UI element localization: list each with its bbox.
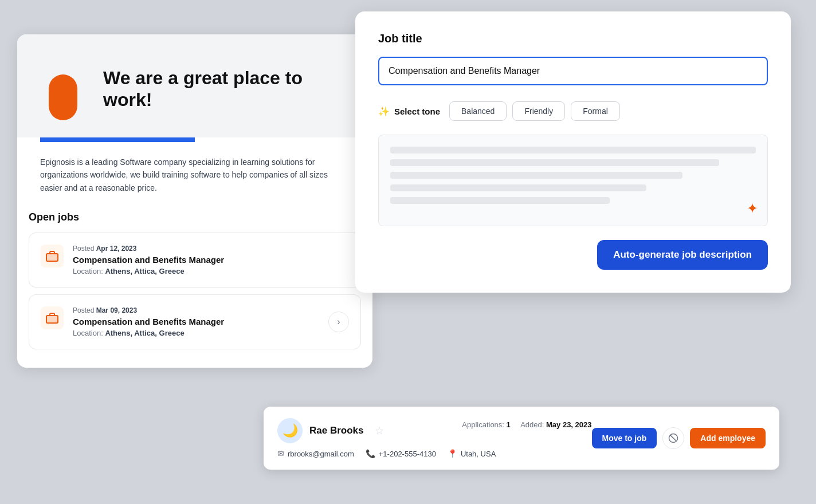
skeleton-line-3 [390, 172, 682, 179]
tone-label: ✨ Select tone [378, 106, 440, 117]
candidate-name: Rae Brooks [309, 425, 363, 436]
svg-rect-3 [46, 316, 58, 323]
company-logo [40, 57, 86, 120]
job-card-2[interactable]: Posted Mar 09, 2023 Compensation and Ben… [29, 294, 361, 349]
job-title-1: Compensation and Benefits Manager [73, 255, 349, 265]
job-arrow-2[interactable]: › [328, 312, 349, 332]
tone-row: ✨ Select tone Balanced Friendly Formal [378, 101, 768, 121]
phone-icon: 📞 [366, 449, 375, 458]
add-employee-button[interactable]: Add employee [690, 428, 766, 448]
panel-section-title: Job title [378, 32, 768, 45]
tone-formal-button[interactable]: Formal [571, 101, 620, 121]
disqualify-button[interactable] [662, 427, 684, 449]
candidate-card: 🌙 Rae Brooks ☆ Applications: 1 Added: Ma… [264, 407, 779, 470]
company-blue-bar [40, 137, 195, 142]
candidate-phone: 📞 +1-202-555-4130 [366, 449, 436, 458]
candidate-info-block: 🌙 Rae Brooks ☆ Applications: 1 Added: Ma… [277, 418, 592, 458]
location-icon: 📍 [448, 449, 457, 458]
candidate-top-row: 🌙 Rae Brooks ☆ Applications: 1 Added: Ma… [277, 418, 592, 443]
job-details-1: Posted Apr 12, 2023 Compensation and Ben… [73, 245, 349, 275]
candidate-location: 📍 Utah, USA [448, 449, 496, 458]
open-jobs-title: Open jobs [17, 211, 372, 223]
job-desc-panel: Job title ✨ Select tone Balanced Friendl… [355, 11, 791, 293]
skeleton-line-2 [390, 159, 719, 166]
star-icon[interactable]: ☆ [375, 424, 384, 437]
auto-generate-button[interactable]: Auto-generate job description [597, 240, 768, 270]
job-location-1: Location: Athens, Attica, Greece [73, 267, 349, 275]
description-preview: ✦ [378, 135, 768, 226]
tone-balanced-button[interactable]: Balanced [449, 101, 507, 121]
briefcase-icon [45, 249, 59, 263]
company-card: We are a great place to work! Epignosis … [17, 34, 372, 368]
candidate-actions: Move to job Add employee [592, 427, 766, 449]
company-description: Epignosis is a leading Software company … [17, 156, 372, 211]
skeleton-line-1 [390, 147, 756, 153]
email-icon: ✉ [277, 449, 284, 458]
job-icon-1 [41, 245, 64, 267]
candidate-contact: ✉ rbrooks@gmail.com 📞 +1-202-555-4130 📍 … [277, 449, 592, 458]
skeleton-line-4 [390, 184, 646, 191]
candidate-avatar: 🌙 [277, 418, 303, 443]
svg-rect-0 [49, 74, 77, 120]
candidate-email: ✉ rbrooks@gmail.com [277, 449, 354, 458]
svg-rect-1 [46, 254, 58, 261]
candidate-left: 🌙 Rae Brooks ☆ [277, 418, 384, 443]
open-jobs-section: Posted Apr 12, 2023 Compensation and Ben… [17, 233, 372, 368]
sparkle-icon: ✦ [747, 200, 758, 216]
job-icon-2 [41, 306, 64, 329]
svg-line-6 [670, 435, 677, 442]
job-location-2: Location: Athens, Attica, Greece [73, 329, 319, 337]
wand-icon: ✨ [378, 106, 390, 117]
company-tagline: We are a great place to work! [103, 67, 350, 111]
job-details-2: Posted Mar 09, 2023 Compensation and Ben… [73, 306, 319, 337]
job-card-1[interactable]: Posted Apr 12, 2023 Compensation and Ben… [29, 233, 361, 288]
ban-icon [668, 433, 678, 443]
job-title-input[interactable] [378, 57, 768, 85]
tone-friendly-button[interactable]: Friendly [512, 101, 565, 121]
move-to-job-button[interactable]: Move to job [592, 428, 657, 448]
job-posted-1: Posted Apr 12, 2023 [73, 245, 349, 253]
tone-buttons: Balanced Friendly Formal [449, 101, 620, 121]
skeleton-line-5 [390, 197, 610, 204]
job-title-2: Compensation and Benefits Manager [73, 317, 319, 326]
job-posted-2: Posted Mar 09, 2023 [73, 306, 319, 314]
briefcase-icon-2 [45, 311, 59, 325]
company-hero: We are a great place to work! [17, 34, 372, 137]
apps-added: Applications: 1 Added: May 23, 2023 [462, 418, 591, 429]
